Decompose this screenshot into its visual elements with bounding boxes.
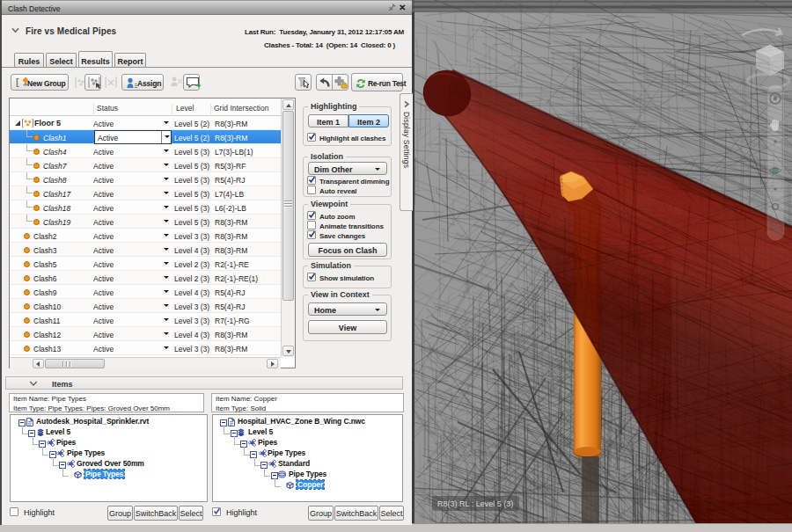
svg-text:R8(3) RL : Level 5 (3): R8(3) RL : Level 5 (3) xyxy=(437,499,513,508)
